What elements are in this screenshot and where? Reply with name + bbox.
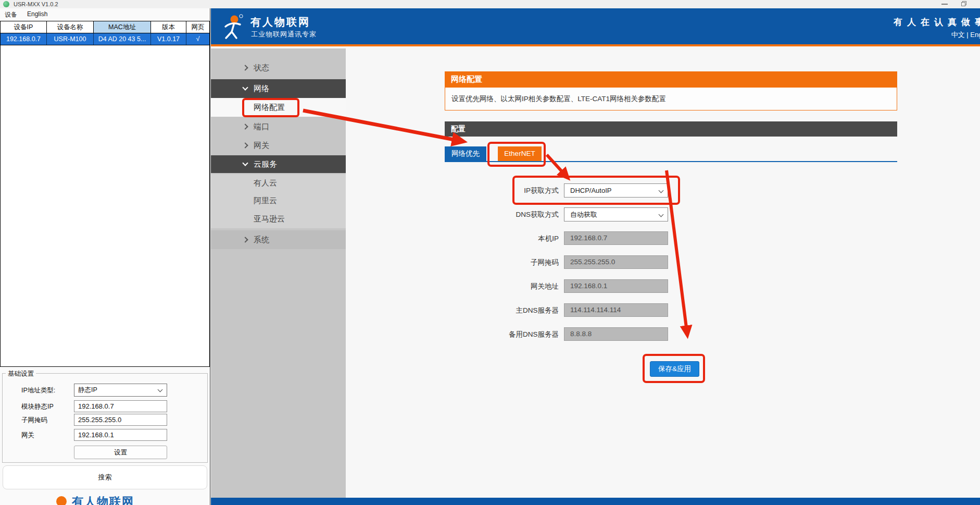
set-button[interactable]: 设置 — [74, 446, 167, 459]
tab-network-priority[interactable]: 网络优先 — [445, 146, 486, 161]
header-version[interactable]: 版本 — [151, 21, 186, 33]
sidebar-item-status[interactable]: 状态 — [211, 58, 346, 77]
dns-mode-select[interactable]: 自动获取 — [564, 207, 668, 221]
primary-dns-label: 主DNS服务器 — [445, 303, 559, 317]
secondary-dns-field: 8.8.8.8 — [564, 327, 668, 341]
ip-mode-value: DHCP/AutoIP — [570, 187, 611, 194]
chevron-down-icon — [242, 84, 248, 90]
gateway-field[interactable]: 192.168.0.1 — [74, 429, 167, 441]
language-switch[interactable]: 中文 | English — [951, 30, 980, 40]
tab-underline — [445, 161, 897, 162]
primary-dns-field: 114.114.114.114 — [564, 303, 668, 317]
sidebar-nav: 状态 网络 网络配置 端口 网关 云服务 有人云 — [211, 48, 346, 498]
static-ip-field[interactable]: 192.168.0.7 — [74, 400, 167, 412]
subnet-mask-field: 255.255.255.0 — [564, 255, 668, 269]
minimize-icon[interactable] — [941, 4, 948, 5]
cell-mac-address: D4 AD 20 43 5... — [94, 33, 151, 45]
menu-english[interactable]: English — [27, 10, 47, 18]
sidebar-item-aws-cloud[interactable]: 亚马逊云 — [211, 210, 346, 228]
gateway-label: 网关 — [21, 431, 34, 440]
page-description: 设置优先网络、以太网IP相关参数配置、LTE-CAT1网络相关参数配置 — [445, 87, 897, 110]
gateway-address-label: 网关地址 — [445, 279, 559, 293]
subnet-label: 子网掩码 — [21, 416, 47, 425]
local-ip-label: 本机IP — [445, 231, 559, 245]
ip-type-value: 静态IP — [78, 386, 97, 393]
header-device-name[interactable]: 设备名称 — [47, 21, 94, 33]
dns-mode-label: DNS获取方式 — [445, 207, 559, 221]
sidebar-item-usr-cloud[interactable]: 有人云 — [211, 174, 346, 192]
sidebar-item-system[interactable]: 系统 — [211, 230, 346, 249]
chevron-right-icon — [242, 237, 248, 242]
web-header-banner: 有人物联网 工业物联网通讯专家 有人在认真做事 中文 | English — [211, 8, 980, 46]
header-mac-address[interactable]: MAC地址 — [94, 21, 151, 33]
window-titlebar: USR-MXX V1.0.2 — [0, 0, 980, 8]
search-button[interactable]: 搜索 — [3, 465, 207, 489]
usr-footer-logo-text: 有人物联网 — [72, 494, 134, 505]
restore-icon[interactable] — [961, 1, 966, 6]
secondary-dns-label: 备用DNS服务器 — [445, 327, 559, 341]
ip-type-label: IP地址类型: — [21, 386, 55, 395]
chevron-right-icon — [242, 65, 248, 70]
cell-device-ip: 192.168.0.7 — [1, 33, 47, 45]
chevron-down-icon — [659, 188, 664, 193]
sidebar-item-gateway[interactable]: 网关 — [211, 137, 346, 154]
ip-mode-select[interactable]: DHCP/AutoIP — [564, 183, 668, 198]
web-footer-bar — [211, 498, 980, 505]
sidebar-item-port[interactable]: 端口 — [211, 118, 346, 136]
app-icon — [3, 1, 9, 7]
tab-ethernet[interactable]: EtherNET — [498, 146, 542, 161]
ip-type-select[interactable]: 静态IP — [74, 384, 167, 397]
window-title: USR-MXX V1.0.2 — [14, 1, 58, 7]
static-ip-label: 模块静态IP — [21, 402, 54, 411]
usr-logo-dot-icon — [56, 496, 67, 505]
usr-person-logo-icon — [220, 14, 246, 40]
web-config-page: 有人物联网 工业物联网通讯专家 有人在认真做事 中文 | English 状态 … — [211, 8, 980, 505]
basic-settings-title: 基础设置 — [6, 369, 36, 378]
usr-mxx-app-panel: 设备 English 设备IP 设备名称 MAC地址 版本 网页 192.168… — [0, 8, 210, 505]
chevron-right-icon — [242, 142, 248, 148]
sidebar-item-ali-cloud[interactable]: 阿里云 — [211, 192, 346, 210]
header-webpage[interactable]: 网页 — [186, 21, 209, 33]
sidebar-item-network-config[interactable]: 网络配置 — [211, 98, 346, 117]
table-row-device[interactable]: 192.168.0.7 USR-M100 D4 AD 20 43 5... V1… — [1, 33, 209, 45]
gateway-address-field: 192.168.0.1 — [564, 279, 668, 293]
cell-device-name: USR-M100 — [47, 33, 94, 45]
menubar: 设备 English — [0, 8, 210, 21]
brand-name: 有人物联网 — [250, 15, 310, 29]
basic-settings-group: 基础设置 IP地址类型: 静态IP 模块静态IP 192.168.0.7 子网掩… — [2, 373, 208, 463]
header-device-ip[interactable]: 设备IP — [1, 21, 47, 33]
dns-mode-value: 自动获取 — [570, 211, 597, 218]
chevron-down-icon — [158, 387, 163, 392]
brand-slogan: 工业物联网通讯专家 — [251, 30, 317, 39]
subnet-mask-label: 子网掩码 — [445, 255, 559, 269]
device-table-header: 设备IP 设备名称 MAC地址 版本 网页 — [1, 21, 209, 33]
sidebar-item-network[interactable]: 网络 — [211, 79, 346, 98]
chevron-right-icon — [242, 124, 248, 129]
restore-icon-front — [961, 2, 965, 6]
cell-version: V1.0.17 — [151, 33, 186, 45]
subnet-field[interactable]: 255.255.255.0 — [74, 414, 167, 426]
header-tagline: 有人在认真做事 — [894, 16, 980, 28]
chevron-down-icon — [659, 212, 664, 217]
local-ip-field: 192.168.0.7 — [564, 231, 668, 245]
cell-webpage: √ — [186, 33, 209, 45]
device-table: 设备IP 设备名称 MAC地址 版本 网页 192.168.0.7 USR-M1… — [0, 21, 210, 367]
menu-device[interactable]: 设备 — [5, 10, 17, 19]
sidebar-item-cloud[interactable]: 云服务 — [211, 155, 346, 173]
page-title: 网络配置 — [445, 71, 897, 87]
chevron-down-icon — [242, 160, 248, 166]
ip-mode-label: IP获取方式 — [445, 183, 559, 198]
save-apply-button[interactable]: 保存&应用 — [650, 361, 699, 377]
screen: USR-MXX V1.0.2 设备 English 设备IP 设备名称 MAC地… — [0, 0, 980, 505]
config-section-title: 配置 — [445, 121, 897, 137]
